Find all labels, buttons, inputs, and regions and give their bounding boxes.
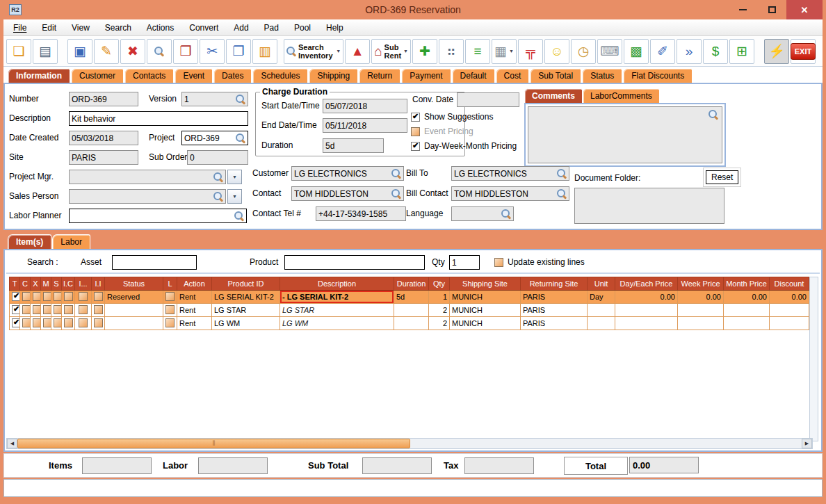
search-icon[interactable] [391,169,401,179]
c-checkbox[interactable] [22,305,31,314]
tab-customer[interactable]: Customer [71,68,124,83]
m-checkbox[interactable] [43,292,51,301]
find-button[interactable] [147,39,172,64]
m-checkbox[interactable] [43,318,51,327]
sales-person-dropdown[interactable]: ▼ [227,189,242,204]
col-ii[interactable]: I.I [92,277,105,291]
menu-search[interactable]: Search [105,23,131,33]
paste-special-button[interactable]: ❒ [173,39,198,64]
tab-flat-discounts[interactable]: Flat Discounts [623,68,693,83]
s-checkbox[interactable] [54,305,62,314]
search-icon[interactable] [234,211,244,221]
contact-field[interactable]: TOM HIDDLESTON [291,186,404,201]
ic-checkbox[interactable] [64,318,73,327]
c-checkbox[interactable] [22,292,31,301]
table-row[interactable]: Rent LG WM LG WM 2 MUNICH PARIS [10,317,809,330]
tab-comments[interactable]: Comments [524,88,583,103]
col-s[interactable]: S [51,277,62,291]
col-duration[interactable]: Duration [394,277,429,291]
product-input[interactable] [284,255,425,270]
comments-field[interactable] [528,106,722,163]
tab-default[interactable]: Default [452,68,495,83]
keyboard-button[interactable]: ⌨ [597,39,622,64]
col-m[interactable]: M [41,277,51,291]
tab-schedules[interactable]: Schedules [252,68,308,83]
vertical-scrollbar[interactable] [809,277,818,441]
truck-button[interactable]: ⊞ [729,39,754,64]
search-icon[interactable] [213,192,223,202]
menu-edit[interactable]: Edit [42,23,56,33]
sub-rent-button[interactable]: ⌂ Sub Rent ▼ [371,39,411,64]
labor-planner-field[interactable] [69,209,247,223]
tab-shipping[interactable]: Shipping [309,68,358,83]
paste-button[interactable]: ▥ [252,39,277,64]
blocks-button[interactable]: ▩ [624,39,649,64]
menu-add[interactable]: Add [234,23,248,33]
l-checkbox[interactable] [165,292,175,301]
col-shipping-site[interactable]: Shipping Site [450,277,521,291]
exit-button[interactable]: EXIT [791,39,816,64]
search-inventory-button[interactable]: Search Inventory ▼ [284,39,343,64]
menu-view[interactable]: View [72,23,90,33]
ii-checkbox[interactable] [94,318,103,327]
tab-sub-total[interactable]: Sub Total [530,68,581,83]
m-checkbox[interactable] [43,305,51,314]
search-icon[interactable] [236,95,245,104]
table-row[interactable]: Rent LG STAR LG STAR 2 MUNICH PARIS [10,304,809,317]
scrollbar-thumb[interactable] [17,439,410,448]
edit-button[interactable]: ✎ [94,39,119,64]
col-returning-site[interactable]: Returning Site [521,277,588,291]
ii-checkbox[interactable] [94,305,103,314]
cut-button[interactable]: ✂ [200,39,225,64]
save-button[interactable]: ▣ [67,39,92,64]
i-checkbox[interactable] [79,292,88,301]
col-status[interactable]: Status [105,277,163,291]
search-icon[interactable] [557,189,567,199]
col-t[interactable]: T [10,277,20,291]
delete-button[interactable]: ✖ [120,39,145,64]
col-c[interactable]: C [20,277,31,291]
notes-button[interactable]: ≡ [465,39,490,64]
ic-checkbox[interactable] [64,305,73,314]
language-field[interactable] [451,206,514,221]
search-icon[interactable] [557,169,567,179]
replace-options-button[interactable]: ⠶ [439,39,464,64]
tab-cost[interactable]: Cost [496,68,530,83]
t-checkbox[interactable] [12,292,20,301]
search-icon[interactable] [708,110,718,120]
tab-status[interactable]: Status [582,68,622,83]
menu-convert[interactable]: Convert [189,23,218,33]
x-checkbox[interactable] [33,305,41,314]
copy-button[interactable]: ❐ [226,39,251,64]
col-week-price[interactable]: Week Price [678,277,724,291]
t-checkbox[interactable] [12,318,20,327]
money-transfer-button[interactable]: » [677,39,702,64]
edit-note-button[interactable]: ✐ [650,39,675,64]
quick-actions-button[interactable]: ⚡ [764,39,789,64]
tab-labor[interactable]: Labor [52,234,90,249]
col-i[interactable]: I... [75,277,92,291]
shapes-button[interactable]: ▲ [345,39,370,64]
search-icon[interactable] [501,209,511,219]
col-description[interactable]: Description [280,277,394,291]
calendar-button[interactable]: ▦▼ [492,39,517,64]
search-icon[interactable] [391,189,401,199]
qty-input[interactable]: 1 [449,255,480,270]
tab-items[interactable]: Item(s) [8,234,51,249]
col-qty[interactable]: Qty [429,277,450,291]
description-field[interactable]: Kit behavior [69,111,248,126]
ic-checkbox[interactable] [64,292,73,301]
ii-checkbox[interactable] [94,292,103,301]
description-cell[interactable]: LG STAR [280,304,394,317]
search-icon[interactable] [236,133,245,143]
col-l[interactable]: L [163,277,177,291]
bill-contact-field[interactable]: TOM HIDDLESTON [451,186,569,201]
project-mgr-field[interactable] [69,170,226,184]
tab-return[interactable]: Return [359,68,400,83]
description-cell[interactable]: - LG SERIAL KIT-2 [280,291,394,304]
x-checkbox[interactable] [33,318,41,327]
tab-contacts[interactable]: Contacts [124,68,174,83]
scroll-right-icon[interactable]: ▶ [802,439,812,448]
s-checkbox[interactable] [54,318,62,327]
col-discount[interactable]: Discount [770,277,809,291]
